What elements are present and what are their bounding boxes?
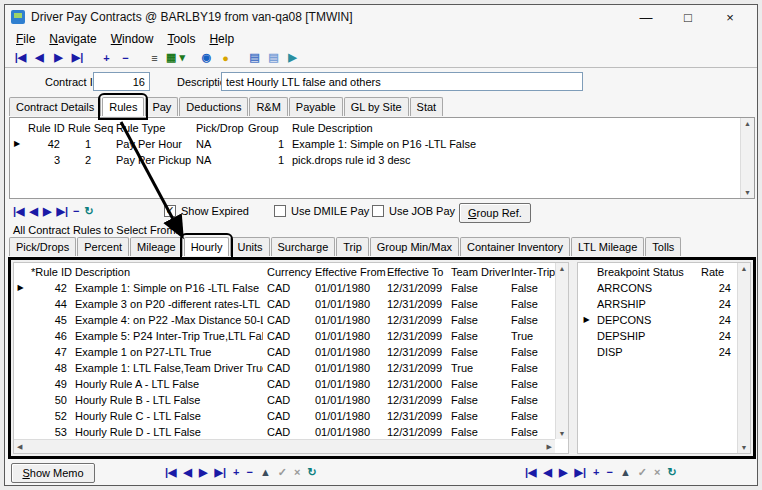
refresh-icon[interactable]: ↻ [307, 466, 316, 479]
scroll-left-icon[interactable]: ◀ [14, 443, 25, 451]
tab-stat[interactable]: Stat [410, 97, 444, 116]
column-header[interactable]: Breakpoint Status [593, 264, 697, 280]
column-header[interactable]: Group [244, 120, 288, 136]
scroll-down-icon[interactable]: ▼ [738, 442, 750, 453]
view-dropdown-icon[interactable]: ▦ ▾ [166, 51, 185, 64]
tab-payable[interactable]: Payable [289, 97, 343, 116]
breakpoint-grid-row[interactable]: ARRCONS24 [580, 280, 737, 296]
rules-grid-vertical-scrollbar[interactable]: ▲ ▼ [740, 118, 754, 198]
prev-record-icon[interactable]: ◀ [30, 205, 38, 218]
first-record-icon[interactable]: |◀ [13, 51, 28, 64]
tab-deductions[interactable]: Deductions [179, 97, 248, 116]
key-icon[interactable]: ● [218, 52, 233, 64]
move-up-icon[interactable]: ▲ [260, 466, 271, 479]
refresh-icon[interactable]: ↻ [667, 466, 676, 479]
column-header[interactable]: Inter-Trip [507, 264, 547, 280]
show-expired-checkbox[interactable]: Show Expired [164, 205, 249, 217]
hourly-grid-row[interactable]: 47Example 1 on P27-LTL TrueCAD01/01/1980… [14, 344, 555, 360]
tab-group-min-max[interactable]: Group Min/Max [370, 237, 459, 256]
tab-pay[interactable]: Pay [145, 97, 178, 116]
column-header[interactable]: Effective To [383, 264, 447, 280]
hourly-grid-row[interactable]: 45Example 4: on P22 -Max Distance 50-LTL… [14, 312, 555, 328]
notes-icon[interactable]: ▤ [266, 51, 281, 64]
column-header[interactable]: Rate [697, 264, 735, 280]
insert-row-icon[interactable]: + [99, 52, 114, 64]
tab-container-inventory[interactable]: Container Inventory [460, 237, 570, 256]
column-header[interactable]: Pick/Drop [192, 120, 244, 136]
contract-id-input[interactable] [93, 72, 150, 91]
accept-icon[interactable]: ✓ [278, 466, 287, 479]
checkbox-icon[interactable] [372, 205, 384, 217]
rules-grid-row[interactable]: 32Pay Per PickupNA1pick.drops rule id 3 … [10, 152, 740, 168]
menu-window[interactable]: Window [104, 31, 161, 47]
hourly-grid-row[interactable]: ▶42Example 1: Simple on P16 -LTL FalseCA… [14, 280, 555, 296]
hourly-grid-row[interactable]: 49Hourly Rule A - LTL FalseCAD01/01/1980… [14, 376, 555, 392]
hourly-grid-row[interactable]: 48Example 1: LTL False,Team Driver TrueC… [14, 360, 555, 376]
hourly-grid-row[interactable]: 44Example 3 on P20 -different rates-LTL … [14, 296, 555, 312]
prev-record-icon[interactable]: ◀ [32, 51, 47, 64]
column-header[interactable]: Description [71, 264, 263, 280]
maximize-icon[interactable]: □ [667, 10, 709, 25]
tab-gl-by-site[interactable]: GL by Site [344, 97, 409, 116]
menu-navigate[interactable]: Navigate [42, 31, 103, 47]
next-record-icon[interactable]: ▶ [43, 205, 51, 218]
hourly-grid-row[interactable]: 46Example 5: P24 Inter-Trip True,LTL Fal… [14, 328, 555, 344]
scroll-right-icon[interactable]: ▶ [544, 443, 555, 451]
field-list-icon[interactable]: ≡ [147, 52, 162, 64]
scroll-up-icon[interactable]: ▲ [738, 263, 750, 274]
description-input[interactable] [221, 72, 583, 91]
globe-icon[interactable]: ◉ [199, 51, 214, 64]
column-header[interactable]: Currency [263, 264, 311, 280]
last-record-icon[interactable]: ▶| [56, 205, 68, 218]
prev-record-icon[interactable]: ◀ [184, 466, 192, 479]
breakpoint-vertical-scrollbar[interactable]: ▲ ▼ [737, 263, 750, 453]
next-record-icon[interactable]: ▶ [559, 466, 567, 479]
tab-pick-drops[interactable]: Pick/Drops [9, 237, 76, 256]
copy-icon[interactable]: ▤ [247, 51, 262, 64]
delete-row-icon[interactable]: − [118, 52, 133, 64]
next-record-icon[interactable]: ▶ [51, 51, 66, 64]
column-header[interactable]: Rule Seq [64, 120, 112, 136]
send-icon[interactable]: ▶ [285, 51, 300, 64]
tab-units[interactable]: Units [230, 237, 269, 256]
tab-surcharge[interactable]: Surcharge [271, 237, 336, 256]
tab-rules[interactable]: Rules [102, 97, 144, 116]
tab-mileage[interactable]: Mileage [130, 237, 183, 256]
delete-row-icon[interactable]: − [246, 466, 252, 479]
accept-icon[interactable]: ✓ [638, 466, 647, 479]
column-header[interactable]: *Rule ID [27, 264, 71, 280]
tab-trip[interactable]: Trip [336, 237, 369, 256]
last-record-icon[interactable]: ▶| [70, 51, 85, 64]
hourly-grid-vertical-scrollbar[interactable]: ▲ ▼ [555, 263, 568, 439]
scroll-up-icon[interactable]: ▲ [556, 263, 568, 274]
column-header[interactable]: Rule Type [112, 120, 192, 136]
scroll-down-icon[interactable]: ▼ [556, 428, 568, 439]
group-ref-button[interactable]: Group Ref. [459, 203, 531, 223]
insert-row-icon[interactable]: + [593, 466, 599, 479]
column-header[interactable]: Team Driver [447, 264, 507, 280]
breakpoint-grid-row[interactable]: ARRSHIP24 [580, 296, 737, 312]
column-header[interactable]: Effective From [311, 264, 383, 280]
insert-row-icon[interactable]: + [233, 466, 239, 479]
column-header[interactable]: Rule ID [24, 120, 64, 136]
hourly-grid-horizontal-scrollbar[interactable]: ◀ ▶ [14, 439, 555, 453]
scroll-down-icon[interactable]: ▼ [741, 187, 754, 198]
first-record-icon[interactable]: |◀ [13, 205, 25, 218]
refresh-icon[interactable]: ↻ [84, 205, 93, 218]
delete-row-icon[interactable]: − [606, 466, 612, 479]
first-record-icon[interactable]: |◀ [165, 466, 177, 479]
tab-tolls[interactable]: Tolls [645, 237, 681, 256]
delete-row-icon[interactable]: − [73, 205, 79, 218]
hourly-grid-row[interactable]: 53Hourly Rule D - LTL FalseCAD01/01/1980… [14, 424, 555, 439]
next-record-icon[interactable]: ▶ [199, 466, 207, 479]
use-job-pay-checkbox[interactable]: Use JOB Pay [372, 205, 455, 217]
cancel-icon[interactable]: × [654, 466, 660, 479]
tab-contract-details[interactable]: Contract Details [9, 97, 101, 116]
hourly-grid-row[interactable]: 52Hourly Rule C - LTL FalseCAD01/01/1980… [14, 408, 555, 424]
hourly-grid-row[interactable]: 50Hourly Rule B - LTL FalseCAD01/01/1980… [14, 392, 555, 408]
tab-r-m[interactable]: R&M [249, 97, 287, 116]
column-header[interactable]: Rule Description [288, 120, 740, 136]
tab-ltl-mileage[interactable]: LTL Mileage [571, 237, 644, 256]
last-record-icon[interactable]: ▶| [574, 466, 586, 479]
checkbox-icon[interactable] [164, 205, 176, 217]
